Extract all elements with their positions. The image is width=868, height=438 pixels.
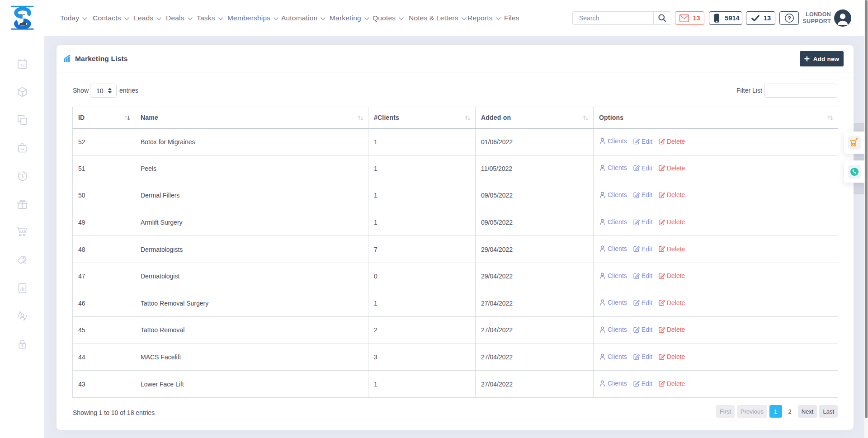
svg-text:12: 12 (20, 63, 24, 67)
